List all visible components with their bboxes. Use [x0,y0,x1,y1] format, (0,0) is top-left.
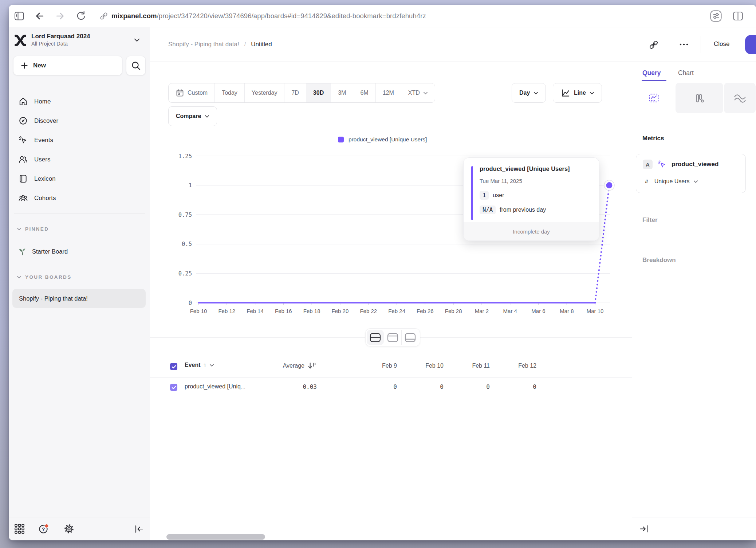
sidebar-item-label: Discover [34,117,58,125]
range-label: 12M [383,90,394,96]
layout-toggle-group [365,328,420,347]
sidebar-item-home[interactable]: Home [13,92,146,111]
sidebar-item-label: Home [34,98,51,105]
aggregation-dropdown[interactable]: Unique Users [654,178,698,185]
svg-text:Feb 14: Feb 14 [247,308,264,314]
chart-type-funnels-tab[interactable] [676,83,723,113]
chevron-down-icon[interactable] [209,364,214,367]
users-icon [18,154,28,164]
tooltip-value-unit: user [493,192,504,199]
pinned-section-header[interactable]: PINNED [17,226,49,232]
row-average-value: 0.03 [259,383,317,390]
range-label: Custom [188,90,208,96]
reload-icon[interactable] [75,11,86,21]
table-row[interactable]: product_viewed [Uniq... 0.03 0 0 0 0 [150,378,632,397]
range-custom[interactable]: Custom [169,83,215,102]
search-button[interactable] [126,56,146,75]
copy-link-icon[interactable] [648,39,659,50]
select-all-checkbox[interactable] [170,363,177,370]
svg-text:Mar 2: Mar 2 [475,308,489,314]
address-bar[interactable]: mixpanel.com/project/3472420/view/397469… [111,12,426,20]
chart-style-dropdown[interactable]: Line [553,83,602,103]
svg-text:Feb 22: Feb 22 [360,308,377,314]
tooltip-series-bar [471,166,473,220]
granularity-dropdown[interactable]: Day [512,83,546,103]
workspace-chevron-down-icon[interactable] [134,38,140,42]
help-icon[interactable]: ? [38,523,50,535]
tab-query[interactable]: Query [642,69,661,77]
svg-text:0.25: 0.25 [178,270,192,277]
range-6m[interactable]: 6M [353,83,375,102]
svg-text:1: 1 [189,182,192,189]
aggregation-label: Unique Users [654,178,690,185]
metric-letter-chip: A [643,160,653,169]
average-column-header[interactable]: Average [283,363,304,369]
split-view-icon[interactable] [732,10,744,22]
seedling-icon [18,247,27,256]
collapse-sidebar-icon[interactable] [134,524,145,535]
sidebar-item-users[interactable]: Users [13,150,146,169]
layout-table-only-button[interactable] [402,330,419,345]
chevron-down-icon [693,180,698,183]
new-button[interactable]: New [13,56,122,75]
compare-dropdown[interactable]: Compare [168,106,217,126]
sidebar-toggle-icon[interactable] [14,11,25,21]
sidebar-item-events[interactable]: Events [13,130,146,150]
metric-event-name: product_viewed [672,161,718,168]
breadcrumb-report[interactable]: Untitled [251,41,272,48]
breadcrumb-board[interactable]: Shopify - Piping that data! [168,41,239,48]
sort-icon[interactable] [308,362,317,370]
browser-window: mixpanel.com/project/3472420/view/397469… [9,5,756,540]
url-path: /project/3472420/view/3974696/app/boards… [157,12,426,20]
compass-icon [18,116,28,126]
apps-grid-icon[interactable] [14,523,25,535]
forward-icon[interactable] [55,11,66,21]
sidebar-item-discover[interactable]: Discover [13,111,146,130]
metric-card[interactable]: A product_viewed # Unique Users [636,154,746,193]
date-column-header: Feb 10 [400,363,444,369]
chart-legend-item[interactable]: product_viewed [Unique Users] [338,136,427,143]
more-options-icon[interactable] [679,43,689,46]
horizontal-scrollbar[interactable] [166,534,265,540]
collapse-panel-icon[interactable] [639,524,649,534]
range-7d[interactable]: 7D [284,83,306,102]
svg-text:Feb 12: Feb 12 [218,308,235,314]
range-xtd[interactable]: XTD [401,83,435,102]
sidebar-item-starter-board[interactable]: Starter Board [13,242,146,261]
tab-chart[interactable]: Chart [678,69,694,77]
range-3m[interactable]: 3M [331,83,353,102]
layout-split-button[interactable] [367,330,384,345]
chart-type-retention-tab[interactable] [724,83,756,113]
chevron-down-icon [533,91,538,95]
browser-settings-icon[interactable] [709,9,722,23]
breakdown-heading: Breakdown [642,257,676,264]
range-label: 6M [360,90,368,96]
sidebar-item-board-shopify[interactable]: Shopify - Piping that data! [12,289,146,308]
calendar-icon [176,89,184,97]
event-column-header[interactable]: Event [185,362,201,368]
sidebar-divider [14,213,145,214]
date-column-header: Feb 11 [446,363,490,369]
row-cell-value: 0 [353,383,397,390]
sidebar-item-lexicon[interactable]: Lexicon [13,169,146,188]
workspace-switcher[interactable]: Lord Farquaad 2024 All Project Data [31,32,130,47]
sidebar-item-cohorts[interactable]: Cohorts [13,188,146,208]
range-yesterday[interactable]: Yesterday [245,83,285,102]
your-boards-label: YOUR BOARDS [25,274,72,280]
row-checkbox[interactable] [170,384,177,391]
layout-chart-only-button[interactable] [384,330,401,345]
range-today[interactable]: Today [215,83,245,102]
svg-text:Feb 20: Feb 20 [332,308,349,314]
your-boards-section-header[interactable]: YOUR BOARDS [17,274,72,280]
range-12m[interactable]: 12M [376,83,401,102]
table-header-row: Event 1 Average Feb 9 Feb 10 Feb 11 Feb … [150,355,632,378]
back-icon[interactable] [34,11,45,21]
chevron-down-icon [590,91,594,95]
chart-type-insights-tab[interactable] [632,83,675,113]
save-button-partial[interactable] [745,35,756,54]
svg-text:Mar 4: Mar 4 [503,308,517,314]
chevron-down-icon [205,115,209,118]
close-button[interactable]: Close [714,40,729,48]
range-30d[interactable]: 30D [306,83,331,102]
settings-gear-icon[interactable] [63,523,75,535]
